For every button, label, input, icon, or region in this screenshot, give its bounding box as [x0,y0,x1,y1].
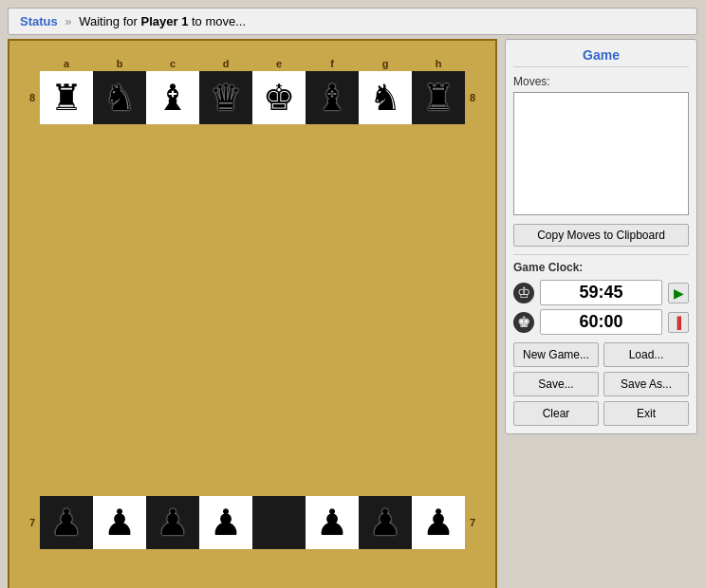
board-container: a b c d e f g h 8 ♜ ♞ ♝ ♛ ♚ ♝ ♞ ♜ 8 [8,39,497,588]
top-file-labels: a b c d e f g h [40,56,480,71]
rank-label-8: 8 [25,71,40,496]
piece-c7: ♟ [157,505,189,541]
panel-title: Game [513,47,689,67]
game-panel: Game Moves: Copy Moves to Clipboard Game… [505,39,697,434]
cell-a7[interactable]: ♟ [40,496,93,549]
cell-f7[interactable]: ♟ [306,496,359,549]
cell-c8[interactable]: ♝ [146,71,199,124]
white-clock-time: 59:45 [540,280,662,305]
piece-f7: ♟ [316,505,348,541]
cell-c7[interactable]: ♟ [146,496,199,549]
exit-button[interactable]: Exit [603,401,689,426]
black-clock-time: 60:00 [540,309,662,335]
status-message-post: to move... [188,14,246,28]
moves-label: Moves: [513,75,689,88]
piece-f8: ♝ [316,80,348,116]
status-label: Status [20,14,58,28]
cell-b8[interactable]: ♞ [93,71,146,124]
board-row-8: ♜ ♞ ♝ ♛ ♚ ♝ ♞ ♜ [40,71,465,496]
cell-b7[interactable]: ♟ [93,496,146,549]
piece-e8: ♚ [263,80,295,116]
file-label-c-top: c [146,56,199,71]
piece-c8: ♝ [157,80,189,116]
cell-d8[interactable]: ♛ [199,71,252,124]
rank-label-7: 7 [25,496,40,588]
clear-button[interactable]: Clear [513,401,599,426]
status-message-pre: Waiting for [79,14,140,28]
copy-moves-button[interactable]: Copy Moves to Clipboard [513,224,689,247]
load-button[interactable]: Load... [603,342,689,367]
status-separator: » [65,14,71,28]
file-label-a-top: a [40,56,93,71]
clock-row-black: ♚ 60:00 ‖ [513,309,689,335]
file-label-g-top: g [359,56,412,71]
file-label-f-top: f [306,56,359,71]
cell-h8[interactable]: ♜ [412,71,465,124]
file-label-e-top: e [252,56,306,71]
piece-h8: ♜ [422,80,455,116]
cell-g8[interactable]: ♞ [359,71,412,124]
clock-label: Game Clock: [513,261,689,274]
moves-textarea[interactable] [513,92,689,215]
main-area: a b c d e f g h 8 ♜ ♞ ♝ ♛ ♚ ♝ ♞ ♜ 8 [8,39,697,588]
save-as-button[interactable]: Save As... [603,372,689,396]
pause-icon: ‖ [676,315,682,330]
piece-h7: ♟ [422,505,455,541]
play-icon: ▶ [674,285,684,301]
black-king-icon: ♚ [513,312,534,333]
save-button[interactable]: Save... [513,372,599,396]
file-label-b-top: b [93,56,146,71]
piece-b7: ♟ [103,505,136,541]
cell-d7[interactable]: ♟ [199,496,252,549]
piece-a8: ♜ [50,80,83,116]
cell-a8[interactable]: ♜ [40,71,93,124]
status-bar: Status » Waiting for Player 1 to move... [8,8,697,35]
cell-e8[interactable]: ♚ [252,71,306,124]
right-panel: Game Moves: Copy Moves to Clipboard Game… [505,39,697,588]
piece-d7: ♟ [210,505,242,541]
new-game-button[interactable]: New Game... [513,342,599,367]
piece-g7: ♟ [369,505,401,541]
black-clock-pause-button[interactable]: ‖ [668,312,689,333]
status-player: Player 1 [140,14,188,28]
cell-f8[interactable]: ♝ [306,71,359,124]
board-rank-7: 7 ♟ ♟ ♟ ♟ ♟ ♟ ♟ 7 [25,496,480,588]
piece-b8: ♞ [103,80,136,116]
board-row-7: ♟ ♟ ♟ ♟ ♟ ♟ ♟ [40,496,465,588]
piece-a7: ♟ [50,505,83,541]
board-rank-8: 8 ♜ ♞ ♝ ♛ ♚ ♝ ♞ ♜ 8 [25,71,480,496]
file-label-d-top: d [199,56,252,71]
white-king-icon: ♔ [513,283,534,303]
piece-d8: ♛ [210,80,242,116]
cell-e7[interactable] [252,496,306,549]
action-buttons: New Game... Load... Save... Save As... C… [513,342,689,426]
cell-g7[interactable]: ♟ [359,496,412,549]
piece-g8: ♞ [369,80,401,116]
cell-h7[interactable]: ♟ [412,496,465,549]
clock-section: Game Clock: ♔ 59:45 ▶ ♚ 60:00 ‖ [513,254,689,335]
clock-row-white: ♔ 59:45 ▶ [513,280,689,305]
rank-label-8-right: 8 [465,71,480,496]
rank-label-7-right: 7 [465,496,480,588]
white-clock-play-button[interactable]: ▶ [668,283,689,303]
file-label-h-top: h [412,56,465,71]
